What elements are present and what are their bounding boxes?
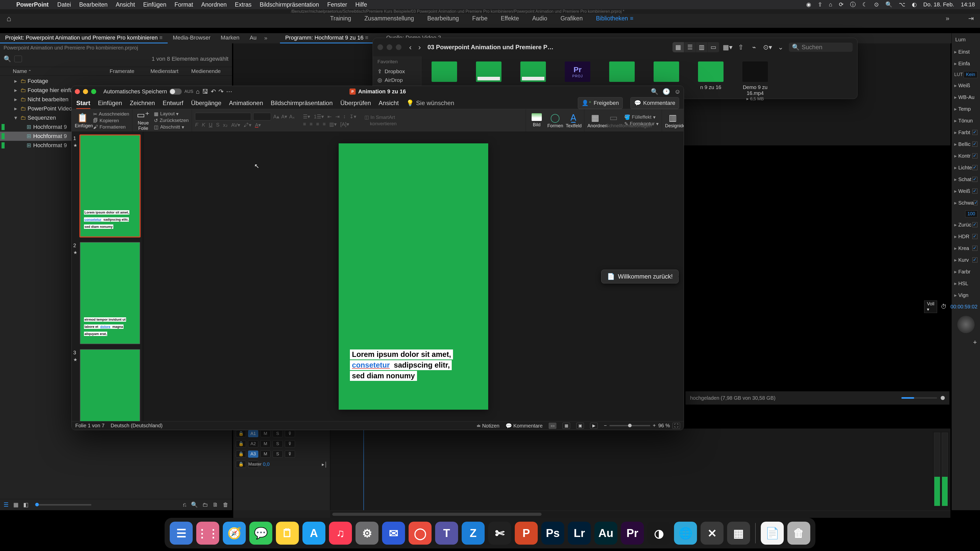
workspace-bearbeitung[interactable]: Bearbeitung <box>427 15 459 22</box>
back-button[interactable]: ‹ <box>409 43 412 52</box>
window-controls[interactable] <box>377 44 401 50</box>
lut-select[interactable]: Kein <box>964 71 977 78</box>
list-view-icon[interactable]: ☰ <box>684 42 696 52</box>
font-family-combo[interactable] <box>195 113 251 121</box>
find-icon[interactable]: 🔍 <box>191 502 198 508</box>
col-name[interactable]: Name <box>13 68 110 74</box>
account-icon[interactable]: ☺ <box>674 88 681 95</box>
italic-icon[interactable]: K <box>202 122 205 128</box>
lumetri-section[interactable]: ▸Farbt <box>952 127 980 138</box>
lumetri-section[interactable]: ▸HDR <box>952 230 980 242</box>
premiere-home-button[interactable]: ⌂ <box>0 14 18 23</box>
dock-app[interactable]: 🧭 <box>223 522 246 545</box>
track-toggle[interactable]: 🎙 <box>285 451 295 457</box>
lumetri-section[interactable]: ▸Kontr <box>952 150 980 162</box>
dock-app[interactable]: ✉ <box>382 522 405 545</box>
sidebar-item-airdrop[interactable]: ◎AirDrop <box>377 76 417 84</box>
track-toggle[interactable]: M <box>260 451 270 457</box>
col-framerate[interactable]: Framerate <box>110 68 151 74</box>
cc-icon[interactable]: ⟳ <box>839 1 843 8</box>
tab-zeichnen[interactable]: Zeichnen <box>130 97 155 109</box>
dock-app[interactable]: 🗒 <box>276 522 299 545</box>
track-target[interactable]: Master <box>248 461 258 468</box>
slide[interactable]: Lorem ipsum dolor sit amet,consetetur sa… <box>339 143 488 410</box>
slideshow-view-icon[interactable]: ▶ <box>590 423 598 429</box>
lumetri-section[interactable]: ▸Bellic <box>952 138 980 150</box>
thumbnail-zoom-slider[interactable] <box>35 504 91 506</box>
zoom-in-button[interactable]: + <box>653 423 656 429</box>
actions-icon[interactable]: ⊙▾ <box>762 42 773 52</box>
text-direction-icon[interactable]: ↧▾ <box>349 114 356 120</box>
project-columns[interactable]: Name Framerate Medienstart Medienende <box>0 67 232 76</box>
track-header[interactable]: 🔒A1MS🎙 <box>233 429 330 439</box>
quick-export-icon[interactable]: ⇥ <box>962 14 980 22</box>
zoom-value[interactable]: 96 % <box>658 423 670 429</box>
list-view-icon[interactable]: ☰ <box>3 502 9 508</box>
menubar-time[interactable]: 14:18 <box>961 1 975 8</box>
search-icon[interactable]: 🔍 <box>3 56 11 62</box>
dock-app[interactable]: ♫ <box>329 522 352 545</box>
font-color-icon[interactable]: A▾ <box>255 122 261 128</box>
fit-to-window-icon[interactable]: ⛶ <box>673 423 680 429</box>
bin-icon[interactable] <box>14 56 22 62</box>
forward-button[interactable]: › <box>418 43 421 52</box>
color-wheel[interactable] <box>957 316 975 333</box>
slide-textbox[interactable]: Lorem ipsum dolor sit amet,consetetur sa… <box>350 349 473 382</box>
columns-icon[interactable]: ▥▾ <box>329 121 337 127</box>
slide-thumbnail[interactable]: 3★ <box>74 349 141 421</box>
shape-fill-button[interactable]: 🪣Fülleffekt ▾ <box>624 114 659 120</box>
workspace-effekte[interactable]: Effekte <box>501 15 519 22</box>
new-slide-button[interactable]: ▭⁺Neue Folie <box>135 110 151 131</box>
moon-icon[interactable]: ☾ <box>862 1 867 8</box>
new-item-icon[interactable]: 🗎 <box>213 502 218 508</box>
checkbox-icon[interactable] <box>972 189 977 194</box>
dock-app[interactable]: ✄ <box>488 522 511 545</box>
dock-app[interactable]: ◯ <box>409 522 431 545</box>
lock-icon[interactable]: 🔒 <box>236 440 246 448</box>
lumetri-section[interactable]: ▸HSL <box>952 278 980 289</box>
textbox-button[interactable]: A̲Textfeld <box>566 113 581 129</box>
checkbox-icon[interactable] <box>972 246 977 251</box>
justify-icon[interactable]: ≡ <box>323 121 326 127</box>
track-toggle[interactable]: S <box>272 430 283 437</box>
add-icon[interactable]: + <box>952 337 980 348</box>
zoom-out-button[interactable]: − <box>604 423 607 429</box>
tab-einfuegen[interactable]: Einfügen <box>98 97 122 109</box>
workspace-overflow[interactable]: » <box>946 14 962 22</box>
project-panel-tab[interactable]: Projekt: Powerpoint Animation und Premie… <box>0 33 168 43</box>
track-header[interactable]: 🔒A2MS🎙 <box>233 439 330 449</box>
checkbox-icon[interactable] <box>972 222 977 227</box>
dock-app[interactable]: 💬 <box>249 522 272 545</box>
clear-formatting-icon[interactable]: Aₓ <box>289 114 295 120</box>
lock-icon[interactable]: 🔒 <box>236 461 246 468</box>
siri-icon[interactable]: ◐ <box>912 1 917 8</box>
checkbox-icon[interactable] <box>972 130 977 135</box>
tab-entwurf[interactable]: Entwurf <box>162 97 183 109</box>
tags-icon[interactable]: ⌁ <box>749 42 759 52</box>
wifi-icon[interactable]: ⊙ <box>874 1 879 8</box>
lumetri-section[interactable]: ▸Einfa <box>952 58 980 69</box>
arrange-button[interactable]: ▦Anordnen <box>587 113 603 129</box>
section-button[interactable]: ◫Abschnitt ▾ <box>154 124 189 130</box>
history-icon[interactable]: 🕑 <box>662 88 670 95</box>
hdr-input[interactable]: 100 <box>965 210 977 218</box>
col-medienende[interactable]: Medienende <box>191 68 232 74</box>
lumetri-section[interactable]: ▸Vign <box>952 289 980 301</box>
lumetri-section[interactable]: ▸Temp <box>952 103 980 115</box>
checkbox-icon[interactable] <box>972 257 977 262</box>
decrease-font-icon[interactable]: A▾ <box>281 114 287 120</box>
lumetri-section[interactable]: ▸WB-Au <box>952 91 980 103</box>
line-spacing-icon[interactable]: ↕ <box>343 114 346 120</box>
project-item[interactable]: ▸🗀Footage <box>0 76 232 86</box>
track-target[interactable]: A1 <box>248 430 258 437</box>
gallery-view-icon[interactable]: ▭ <box>708 42 719 52</box>
zoom-slider[interactable] <box>609 425 650 426</box>
column-view-icon[interactable]: ▥ <box>696 42 708 52</box>
dock-app[interactable]: T <box>435 522 458 545</box>
highlight-icon[interactable]: 🖍▾ <box>244 122 251 128</box>
workspace-zusammenstellung[interactable]: Zusammenstellung <box>364 15 414 22</box>
strike-icon[interactable]: S <box>216 122 219 128</box>
tab-uebergaenge[interactable]: Übergänge <box>191 97 221 109</box>
align-right-icon[interactable]: ≡ <box>316 121 319 127</box>
workspace-farbe[interactable]: Farbe <box>472 15 487 22</box>
